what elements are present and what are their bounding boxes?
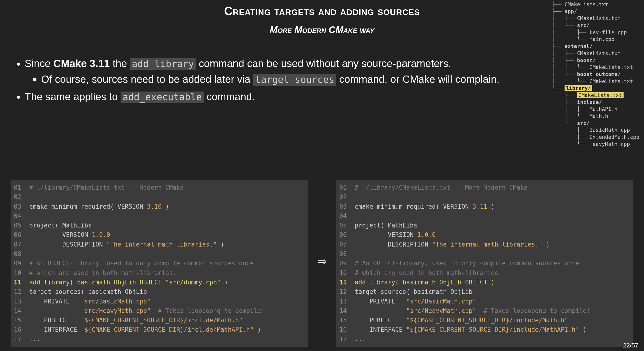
page-number: 22/57 bbox=[623, 342, 638, 349]
bullet-1-strong: CMake 3.11 bbox=[53, 58, 110, 69]
bullet-1-post: command can be used without any source-p… bbox=[196, 58, 451, 69]
arrow-icon: ⇒ bbox=[317, 254, 327, 272]
file-tree: ├── CMakeLists.txt ├── app/ │ ├── CMakeL… bbox=[552, 1, 639, 148]
bullet-1: Since CMake 3.11 the add_library command… bbox=[25, 57, 549, 86]
inline-code-add-executable: add_executable bbox=[120, 92, 204, 103]
subtitle-prefix: More Modern bbox=[270, 25, 329, 35]
bullet-2-pre: The same applies to bbox=[25, 91, 120, 102]
bullet-2: The same applies to add_executable comma… bbox=[25, 90, 549, 104]
bullet-1a: Of course, sources need to be added late… bbox=[41, 72, 549, 86]
bullet-1-pre: Since bbox=[25, 58, 53, 69]
inline-code-target-sources: target_sources bbox=[253, 74, 336, 86]
slide: Creating targets and adding sources More… bbox=[0, 0, 644, 351]
bullet-2-post: command. bbox=[204, 91, 255, 102]
bullet-1-mid: the bbox=[110, 58, 130, 69]
code-block-left: 01 # ./library/CMakeLists.txt -- Modern … bbox=[10, 180, 308, 347]
bullet-1a-pre: Of course, sources need to be added late… bbox=[41, 73, 253, 85]
inline-code-add-library: add_library bbox=[130, 58, 196, 70]
slide-subtitle: More Modern CMake way bbox=[0, 18, 644, 35]
slide-body: Since CMake 3.11 the add_library command… bbox=[13, 57, 549, 107]
bullet-1a-post: command, or CMake will complain. bbox=[336, 73, 500, 85]
subtitle-suffix: way bbox=[357, 25, 374, 35]
slide-title: Creating targets and adding sources bbox=[0, 0, 644, 18]
code-block-right: 01 # ./library/CMakeLists.txt -- More Mo… bbox=[336, 180, 634, 347]
subtitle-italic: CMake bbox=[328, 25, 357, 35]
code-comparison: 01 # ./library/CMakeLists.txt -- Modern … bbox=[10, 180, 634, 347]
